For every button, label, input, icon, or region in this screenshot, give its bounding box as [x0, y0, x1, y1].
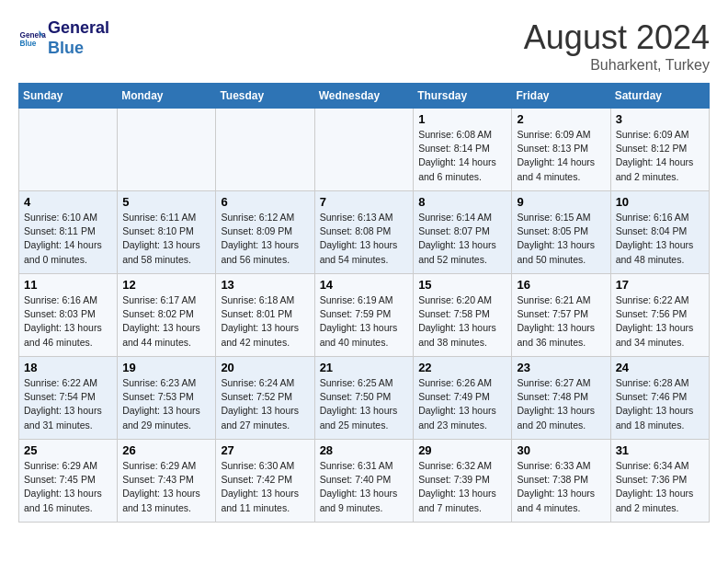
day-info: Sunrise: 6:12 AM Sunset: 8:09 PM Dayligh…	[221, 211, 309, 267]
day-info: Sunrise: 6:34 AM Sunset: 7:36 PM Dayligh…	[616, 459, 704, 515]
day-info: Sunrise: 6:30 AM Sunset: 7:42 PM Dayligh…	[221, 459, 309, 515]
calendar-week-row: 18Sunrise: 6:22 AM Sunset: 7:54 PM Dayli…	[19, 357, 710, 440]
calendar-day-cell-23: 23Sunrise: 6:27 AM Sunset: 7:48 PM Dayli…	[512, 357, 610, 440]
weekday-header-tuesday: Tuesday	[216, 84, 314, 109]
day-info: Sunrise: 6:09 AM Sunset: 8:12 PM Dayligh…	[616, 128, 704, 184]
calendar-day-cell-17: 17Sunrise: 6:22 AM Sunset: 7:56 PM Dayli…	[610, 274, 709, 357]
calendar-day-cell-3: 3Sunrise: 6:09 AM Sunset: 8:12 PM Daylig…	[610, 109, 709, 191]
calendar-day-cell-13: 13Sunrise: 6:18 AM Sunset: 8:01 PM Dayli…	[216, 274, 314, 357]
calendar-day-cell-31: 31Sunrise: 6:34 AM Sunset: 7:36 PM Dayli…	[610, 440, 709, 523]
day-number: 26	[122, 443, 210, 457]
weekday-header-monday: Monday	[118, 84, 216, 109]
day-info: Sunrise: 6:15 AM Sunset: 8:05 PM Dayligh…	[517, 211, 605, 267]
day-number: 20	[221, 361, 309, 374]
weekday-header-thursday: Thursday	[414, 84, 512, 109]
day-number: 17	[616, 278, 704, 292]
calendar-week-row: 25Sunrise: 6:29 AM Sunset: 7:45 PM Dayli…	[19, 440, 710, 523]
calendar-table: SundayMondayTuesdayWednesdayThursdayFrid…	[18, 83, 710, 523]
day-info: Sunrise: 6:26 AM Sunset: 7:49 PM Dayligh…	[418, 376, 506, 432]
day-number: 14	[320, 278, 409, 292]
day-info: Sunrise: 6:11 AM Sunset: 8:10 PM Dayligh…	[122, 211, 210, 267]
calendar-day-cell-4: 4Sunrise: 6:10 AM Sunset: 8:11 PM Daylig…	[19, 191, 118, 274]
calendar-day-cell-1: 1Sunrise: 6:08 AM Sunset: 8:14 PM Daylig…	[414, 109, 512, 191]
page-header: General Blue General Blue August 2024 Bu…	[18, 18, 710, 74]
calendar-day-cell-19: 19Sunrise: 6:23 AM Sunset: 7:53 PM Dayli…	[118, 357, 216, 440]
day-info: Sunrise: 6:29 AM Sunset: 7:45 PM Dayligh…	[24, 459, 112, 515]
day-number: 5	[122, 195, 210, 209]
day-info: Sunrise: 6:08 AM Sunset: 8:14 PM Dayligh…	[418, 128, 506, 184]
calendar-week-row: 1Sunrise: 6:08 AM Sunset: 8:14 PM Daylig…	[19, 109, 710, 191]
logo-text-line2: Blue	[48, 39, 109, 59]
calendar-day-cell-18: 18Sunrise: 6:22 AM Sunset: 7:54 PM Dayli…	[19, 357, 118, 440]
day-number: 1	[418, 112, 506, 126]
empty-cell	[19, 109, 118, 191]
day-number: 6	[221, 195, 309, 209]
weekday-header-wednesday: Wednesday	[314, 84, 414, 109]
day-number: 11	[24, 278, 112, 292]
empty-cell	[314, 109, 414, 191]
calendar-day-cell-29: 29Sunrise: 6:32 AM Sunset: 7:39 PM Dayli…	[414, 440, 512, 523]
day-number: 16	[517, 278, 605, 292]
calendar-header-row: SundayMondayTuesdayWednesdayThursdayFrid…	[19, 84, 710, 109]
month-year-title: August 2024	[524, 18, 710, 57]
day-number: 25	[24, 443, 112, 457]
calendar-day-cell-21: 21Sunrise: 6:25 AM Sunset: 7:50 PM Dayli…	[314, 357, 414, 440]
day-info: Sunrise: 6:32 AM Sunset: 7:39 PM Dayligh…	[418, 459, 506, 515]
calendar-day-cell-14: 14Sunrise: 6:19 AM Sunset: 7:59 PM Dayli…	[314, 274, 414, 357]
day-number: 10	[616, 195, 704, 209]
calendar-day-cell-30: 30Sunrise: 6:33 AM Sunset: 7:38 PM Dayli…	[512, 440, 610, 523]
title-block: August 2024 Buharkent, Turkey	[524, 18, 710, 74]
day-info: Sunrise: 6:16 AM Sunset: 8:04 PM Dayligh…	[616, 211, 704, 267]
day-info: Sunrise: 6:16 AM Sunset: 8:03 PM Dayligh…	[24, 293, 112, 350]
day-number: 30	[517, 443, 605, 457]
day-number: 29	[418, 443, 506, 457]
calendar-day-cell-26: 26Sunrise: 6:29 AM Sunset: 7:43 PM Dayli…	[118, 440, 216, 523]
weekday-header-friday: Friday	[512, 84, 610, 109]
calendar-day-cell-16: 16Sunrise: 6:21 AM Sunset: 7:57 PM Dayli…	[512, 274, 610, 357]
calendar-day-cell-8: 8Sunrise: 6:14 AM Sunset: 8:07 PM Daylig…	[414, 191, 512, 274]
day-info: Sunrise: 6:18 AM Sunset: 8:01 PM Dayligh…	[221, 293, 309, 350]
logo-text-line1: General	[48, 18, 109, 39]
calendar-day-cell-12: 12Sunrise: 6:17 AM Sunset: 8:02 PM Dayli…	[118, 274, 216, 357]
empty-cell	[118, 109, 216, 191]
day-number: 27	[221, 443, 309, 457]
day-info: Sunrise: 6:24 AM Sunset: 7:52 PM Dayligh…	[221, 376, 309, 432]
day-info: Sunrise: 6:17 AM Sunset: 8:02 PM Dayligh…	[122, 293, 210, 350]
calendar-day-cell-20: 20Sunrise: 6:24 AM Sunset: 7:52 PM Dayli…	[216, 357, 314, 440]
day-info: Sunrise: 6:27 AM Sunset: 7:48 PM Dayligh…	[517, 376, 605, 432]
day-number: 8	[418, 195, 506, 209]
day-info: Sunrise: 6:20 AM Sunset: 7:58 PM Dayligh…	[418, 293, 506, 350]
calendar-day-cell-5: 5Sunrise: 6:11 AM Sunset: 8:10 PM Daylig…	[118, 191, 216, 274]
weekday-header-sunday: Sunday	[19, 84, 118, 109]
logo: General Blue General Blue	[18, 18, 109, 58]
calendar-week-row: 11Sunrise: 6:16 AM Sunset: 8:03 PM Dayli…	[19, 274, 710, 357]
day-number: 23	[517, 361, 605, 374]
day-info: Sunrise: 6:25 AM Sunset: 7:50 PM Dayligh…	[320, 376, 409, 432]
calendar-day-cell-24: 24Sunrise: 6:28 AM Sunset: 7:46 PM Dayli…	[610, 357, 709, 440]
calendar-day-cell-2: 2Sunrise: 6:09 AM Sunset: 8:13 PM Daylig…	[512, 109, 610, 191]
day-number: 31	[616, 443, 704, 457]
calendar-day-cell-7: 7Sunrise: 6:13 AM Sunset: 8:08 PM Daylig…	[314, 191, 414, 274]
day-number: 24	[616, 361, 704, 374]
day-number: 18	[24, 361, 112, 374]
day-number: 9	[517, 195, 605, 209]
calendar-day-cell-10: 10Sunrise: 6:16 AM Sunset: 8:04 PM Dayli…	[610, 191, 709, 274]
day-info: Sunrise: 6:19 AM Sunset: 7:59 PM Dayligh…	[320, 293, 409, 350]
empty-cell	[216, 109, 314, 191]
day-number: 19	[122, 361, 210, 374]
calendar-week-row: 4Sunrise: 6:10 AM Sunset: 8:11 PM Daylig…	[19, 191, 710, 274]
svg-text:Blue: Blue	[20, 39, 37, 47]
day-info: Sunrise: 6:28 AM Sunset: 7:46 PM Dayligh…	[616, 376, 704, 432]
calendar-day-cell-15: 15Sunrise: 6:20 AM Sunset: 7:58 PM Dayli…	[414, 274, 512, 357]
weekday-header-saturday: Saturday	[610, 84, 709, 109]
day-info: Sunrise: 6:29 AM Sunset: 7:43 PM Dayligh…	[122, 459, 210, 515]
calendar-day-cell-27: 27Sunrise: 6:30 AM Sunset: 7:42 PM Dayli…	[216, 440, 314, 523]
logo-icon: General Blue	[18, 25, 46, 52]
day-info: Sunrise: 6:09 AM Sunset: 8:13 PM Dayligh…	[517, 128, 605, 184]
day-number: 4	[24, 195, 112, 209]
day-number: 21	[320, 361, 409, 374]
day-info: Sunrise: 6:31 AM Sunset: 7:40 PM Dayligh…	[320, 459, 409, 515]
day-info: Sunrise: 6:22 AM Sunset: 7:56 PM Dayligh…	[616, 293, 704, 350]
day-number: 12	[122, 278, 210, 292]
day-number: 28	[320, 443, 409, 457]
